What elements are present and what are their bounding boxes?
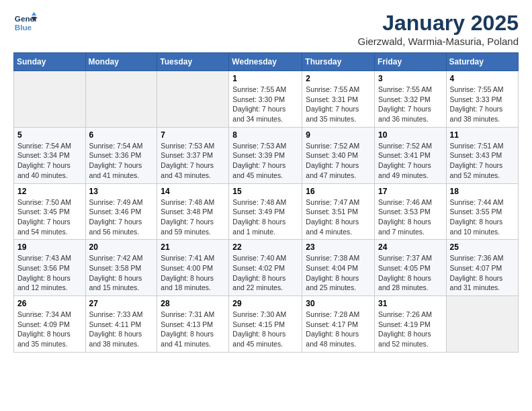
day-number: 4: [450, 74, 515, 83]
calendar-week-3: 12Sunrise: 7:50 AM Sunset: 3:45 PM Dayli…: [14, 183, 519, 240]
calendar-cell: 10Sunrise: 7:52 AM Sunset: 3:41 PM Dayli…: [375, 127, 447, 183]
weekday-header-row: SundayMondayTuesdayWednesdayThursdayFrid…: [14, 53, 519, 71]
day-number: 1: [232, 74, 298, 83]
weekday-header-saturday: Saturday: [446, 53, 518, 71]
day-number: 30: [306, 299, 371, 308]
page-header: General Blue January 2025 Gierzwald, War…: [13, 11, 519, 47]
weekday-header-thursday: Thursday: [302, 53, 375, 71]
calendar-cell: 22Sunrise: 7:40 AM Sunset: 4:02 PM Dayli…: [229, 240, 302, 296]
weekday-header-sunday: Sunday: [14, 53, 86, 71]
logo-icon: General Blue: [13, 11, 38, 35]
day-detail: Sunrise: 7:55 AM Sunset: 3:31 PM Dayligh…: [306, 85, 371, 124]
day-number: 20: [89, 242, 154, 252]
calendar-week-4: 19Sunrise: 7:43 AM Sunset: 3:56 PM Dayli…: [14, 240, 519, 296]
month-title: January 2025: [357, 11, 519, 36]
day-number: 14: [161, 187, 225, 196]
day-number: 16: [306, 187, 371, 196]
day-detail: Sunrise: 7:31 AM Sunset: 4:13 PM Dayligh…: [161, 310, 225, 349]
day-number: 22: [232, 242, 298, 252]
calendar-cell: 13Sunrise: 7:49 AM Sunset: 3:46 PM Dayli…: [85, 183, 157, 240]
calendar-cell: 23Sunrise: 7:38 AM Sunset: 4:04 PM Dayli…: [302, 240, 375, 296]
logo: General Blue: [13, 11, 38, 35]
day-number: 2: [306, 74, 371, 83]
calendar-cell: 2Sunrise: 7:55 AM Sunset: 3:31 PM Daylig…: [302, 71, 375, 128]
calendar-week-5: 26Sunrise: 7:34 AM Sunset: 4:09 PM Dayli…: [14, 296, 519, 353]
calendar-cell: 17Sunrise: 7:46 AM Sunset: 3:53 PM Dayli…: [375, 183, 447, 240]
day-number: 6: [89, 130, 154, 140]
day-detail: Sunrise: 7:52 AM Sunset: 3:41 PM Dayligh…: [378, 141, 443, 181]
weekday-header-tuesday: Tuesday: [157, 53, 229, 71]
day-detail: Sunrise: 7:38 AM Sunset: 4:04 PM Dayligh…: [306, 253, 371, 293]
day-detail: Sunrise: 7:47 AM Sunset: 3:51 PM Dayligh…: [306, 197, 371, 237]
calendar-week-2: 5Sunrise: 7:54 AM Sunset: 3:34 PM Daylig…: [14, 127, 519, 183]
day-detail: Sunrise: 7:28 AM Sunset: 4:17 PM Dayligh…: [306, 310, 371, 349]
calendar-cell: 27Sunrise: 7:33 AM Sunset: 4:11 PM Dayli…: [85, 296, 157, 353]
day-number: 15: [232, 187, 298, 196]
calendar-cell: 1Sunrise: 7:55 AM Sunset: 3:30 PM Daylig…: [229, 71, 302, 128]
calendar-cell: [157, 71, 229, 128]
day-number: 18: [450, 187, 515, 196]
calendar-cell: 20Sunrise: 7:42 AM Sunset: 3:58 PM Dayli…: [85, 240, 157, 296]
day-number: 21: [161, 242, 225, 252]
day-detail: Sunrise: 7:41 AM Sunset: 4:00 PM Dayligh…: [161, 253, 225, 293]
title-area: January 2025 Gierzwald, Warmia-Masuria, …: [357, 11, 519, 47]
day-number: 3: [378, 74, 443, 83]
day-detail: Sunrise: 7:26 AM Sunset: 4:19 PM Dayligh…: [378, 310, 443, 349]
day-detail: Sunrise: 7:37 AM Sunset: 4:05 PM Dayligh…: [378, 253, 443, 293]
calendar-cell: 24Sunrise: 7:37 AM Sunset: 4:05 PM Dayli…: [375, 240, 447, 296]
day-number: 28: [161, 299, 225, 308]
day-number: 12: [17, 187, 82, 196]
calendar-cell: 14Sunrise: 7:48 AM Sunset: 3:48 PM Dayli…: [157, 183, 229, 240]
calendar-cell: 19Sunrise: 7:43 AM Sunset: 3:56 PM Dayli…: [14, 240, 86, 296]
calendar-cell: 26Sunrise: 7:34 AM Sunset: 4:09 PM Dayli…: [14, 296, 86, 353]
day-number: 31: [378, 299, 443, 308]
day-detail: Sunrise: 7:53 AM Sunset: 3:39 PM Dayligh…: [232, 141, 298, 181]
calendar-cell: 16Sunrise: 7:47 AM Sunset: 3:51 PM Dayli…: [302, 183, 375, 240]
day-detail: Sunrise: 7:33 AM Sunset: 4:11 PM Dayligh…: [89, 310, 154, 349]
calendar-cell: 12Sunrise: 7:50 AM Sunset: 3:45 PM Dayli…: [14, 183, 86, 240]
day-number: 10: [378, 130, 443, 140]
calendar-cell: 25Sunrise: 7:36 AM Sunset: 4:07 PM Dayli…: [446, 240, 518, 296]
day-detail: Sunrise: 7:54 AM Sunset: 3:36 PM Dayligh…: [89, 141, 154, 181]
day-detail: Sunrise: 7:49 AM Sunset: 3:46 PM Dayligh…: [89, 197, 154, 237]
day-number: 27: [89, 299, 154, 308]
day-detail: Sunrise: 7:40 AM Sunset: 4:02 PM Dayligh…: [232, 253, 298, 293]
day-number: 13: [89, 187, 154, 196]
calendar-table: SundayMondayTuesdayWednesdayThursdayFrid…: [13, 52, 519, 353]
day-detail: Sunrise: 7:48 AM Sunset: 3:49 PM Dayligh…: [232, 197, 298, 237]
calendar-cell: 6Sunrise: 7:54 AM Sunset: 3:36 PM Daylig…: [85, 127, 157, 183]
day-number: 9: [306, 130, 371, 140]
day-detail: Sunrise: 7:50 AM Sunset: 3:45 PM Dayligh…: [17, 197, 82, 237]
day-detail: Sunrise: 7:36 AM Sunset: 4:07 PM Dayligh…: [450, 253, 515, 293]
calendar-cell: 29Sunrise: 7:30 AM Sunset: 4:15 PM Dayli…: [229, 296, 302, 353]
calendar-cell: 5Sunrise: 7:54 AM Sunset: 3:34 PM Daylig…: [14, 127, 86, 183]
weekday-header-monday: Monday: [85, 53, 157, 71]
day-detail: Sunrise: 7:43 AM Sunset: 3:56 PM Dayligh…: [17, 253, 82, 293]
day-detail: Sunrise: 7:55 AM Sunset: 3:32 PM Dayligh…: [378, 85, 443, 124]
calendar-cell: 28Sunrise: 7:31 AM Sunset: 4:13 PM Dayli…: [157, 296, 229, 353]
calendar-cell: [446, 296, 518, 353]
calendar-cell: 31Sunrise: 7:26 AM Sunset: 4:19 PM Dayli…: [375, 296, 447, 353]
day-detail: Sunrise: 7:55 AM Sunset: 3:33 PM Dayligh…: [450, 85, 515, 124]
day-detail: Sunrise: 7:55 AM Sunset: 3:30 PM Dayligh…: [232, 85, 298, 124]
day-number: 23: [306, 242, 371, 252]
calendar-cell: 9Sunrise: 7:52 AM Sunset: 3:40 PM Daylig…: [302, 127, 375, 183]
day-number: 29: [232, 299, 298, 308]
calendar-cell: 7Sunrise: 7:53 AM Sunset: 3:37 PM Daylig…: [157, 127, 229, 183]
day-number: 8: [232, 130, 298, 140]
day-number: 26: [17, 299, 82, 308]
calendar-cell: 18Sunrise: 7:44 AM Sunset: 3:55 PM Dayli…: [446, 183, 518, 240]
calendar-cell: 30Sunrise: 7:28 AM Sunset: 4:17 PM Dayli…: [302, 296, 375, 353]
day-number: 25: [450, 242, 515, 252]
day-detail: Sunrise: 7:54 AM Sunset: 3:34 PM Dayligh…: [17, 141, 82, 181]
day-number: 11: [450, 130, 515, 140]
day-number: 19: [17, 242, 82, 252]
calendar-week-1: 1Sunrise: 7:55 AM Sunset: 3:30 PM Daylig…: [14, 71, 519, 128]
calendar-cell: 4Sunrise: 7:55 AM Sunset: 3:33 PM Daylig…: [446, 71, 518, 128]
calendar-cell: 3Sunrise: 7:55 AM Sunset: 3:32 PM Daylig…: [375, 71, 447, 128]
day-number: 24: [378, 242, 443, 252]
day-detail: Sunrise: 7:42 AM Sunset: 3:58 PM Dayligh…: [89, 253, 154, 293]
day-detail: Sunrise: 7:53 AM Sunset: 3:37 PM Dayligh…: [161, 141, 225, 181]
day-detail: Sunrise: 7:48 AM Sunset: 3:48 PM Dayligh…: [161, 197, 225, 237]
weekday-header-friday: Friday: [375, 53, 447, 71]
